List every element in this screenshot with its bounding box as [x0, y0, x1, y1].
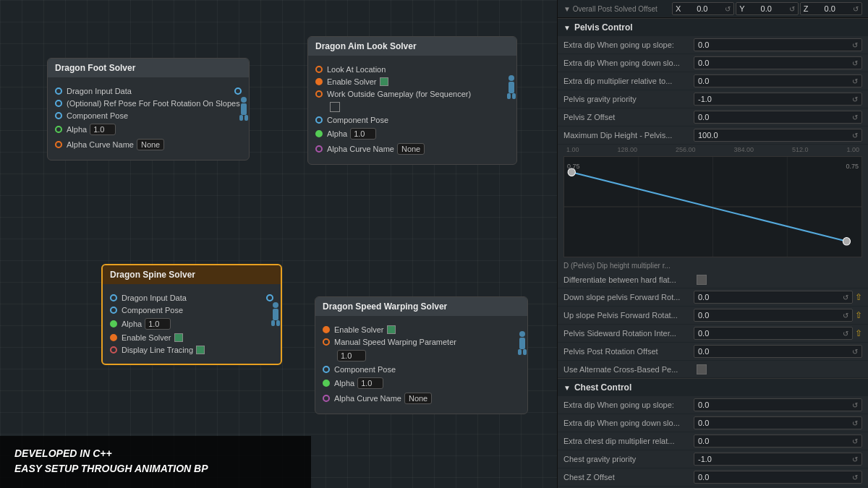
node-spine-title: Dragon Spine Solver [103, 265, 281, 284]
chest-section-header[interactable]: ▼ Chest Control [558, 378, 868, 396]
prop-value[interactable]: 0.0 ↺ [694, 471, 862, 484]
y-field[interactable]: Y 0.0 ↺ [736, 2, 798, 15]
svg-rect-2 [239, 115, 243, 121]
node-spine-body: Dragon Input Data Component Pose Alpha E… [103, 284, 281, 364]
z-field[interactable]: Z 0.0 ↺ [800, 2, 862, 15]
pin-orange [315, 66, 323, 73]
reset-icon: ↺ [852, 132, 858, 140]
prop-row: Pelvis Sideward Rotation Inter... 0.0 ↺ … [558, 325, 868, 343]
avatar-icon [503, 74, 520, 100]
avatar-icon [235, 96, 252, 122]
node-row: Alpha [323, 377, 520, 389]
svg-rect-5 [509, 82, 514, 93]
pin-purple [315, 145, 323, 153]
alt-cross-checkbox[interactable] [697, 364, 707, 374]
prop-value[interactable]: 0.0 ↺ [694, 309, 853, 322]
reset-yellow-icon[interactable]: ⇧ [855, 310, 862, 320]
bottom-banner: DEVELOPED IN C++ EASY SETUP THROUGH ANIM… [0, 436, 311, 488]
prop-value[interactable]: 0.0 ↺ [694, 345, 862, 358]
node-row: Manual Speed Warping Parameter [323, 338, 520, 346]
prop-label: Extra dip multiplier relative to... [563, 77, 694, 85]
enable-solver-checkbox[interactable] [380, 77, 388, 86]
prop-row: Pelvis Z Offset 0.0 ↺ [558, 108, 868, 127]
sequencer-checkbox[interactable] [330, 102, 340, 112]
prop-value[interactable]: 0.0 ↺ [694, 56, 862, 69]
alpha-input[interactable] [145, 318, 171, 330]
reset-icon: ↺ [852, 455, 858, 463]
prop-row: Extra dip When going up slope: 0.0 ↺ [558, 396, 868, 414]
node-row: Alpha Curve Name None [55, 139, 242, 150]
alpha-input[interactable] [90, 124, 116, 135]
svg-point-21 [843, 237, 850, 245]
prop-row: Chest gravity priority -1.0 ↺ [558, 450, 868, 468]
prop-row: Extra chest dip multiplier relat... 0.0 … [558, 432, 868, 450]
reset-icon: ↺ [852, 41, 858, 49]
reset-icon: ↺ [852, 59, 858, 67]
reset-icon: ↺ [852, 77, 858, 85]
pin-purple [323, 395, 330, 402]
prop-label: Pelvis Sideward Rotation Inter... [563, 329, 694, 338]
arrow-icon: ▼ [563, 24, 571, 32]
banner-text: DEVELOPED IN C++ EASY SETUP THROUGH ANIM… [14, 446, 297, 476]
reset-yellow-icon[interactable]: ⇧ [855, 328, 862, 338]
prop-value[interactable]: 0.0 ↺ [694, 327, 853, 340]
prop-value[interactable]: 0.0 ↺ [694, 74, 862, 87]
node-speed-solver: Dragon Speed Warping Solver Enable Solve… [315, 296, 528, 414]
svg-rect-9 [273, 309, 278, 320]
chest-gravity-value[interactable]: -1.0 ↺ [694, 453, 862, 466]
prop-value[interactable]: 0.0 ↺ [694, 416, 862, 429]
prop-value[interactable]: 0.0 ↺ [694, 111, 862, 124]
svg-rect-10 [271, 320, 275, 326]
node-row: Display Line Tracing [110, 346, 273, 354]
reset-icon: ↺ [843, 312, 848, 320]
node-speed-title: Dragon Speed Warping Solver [315, 297, 527, 316]
prop-label: Pelvis gravity priority [563, 95, 694, 103]
prop-row: Chest Z Offset 0.0 ↺ [558, 468, 868, 487]
node-aim-title: Dragon Aim Look Solver [308, 37, 516, 56]
arrow-icon: ▼ [563, 384, 571, 392]
svg-rect-13 [519, 338, 525, 349]
reset-icon: ↺ [852, 114, 858, 121]
prop-value[interactable]: -1.0 ↺ [694, 93, 862, 106]
differentiate-checkbox[interactable] [697, 275, 707, 285]
prop-row: Extra dip multiplier relative to... 0.0 … [558, 72, 868, 90]
pelvis-section-header[interactable]: ▼ Pelvis Control [558, 18, 868, 36]
prop-label: Down slope pelvis Forward Rot... [563, 293, 694, 301]
node-row: Component Pose [110, 306, 273, 314]
graph-dip-label: D (Pelvis) Dip height multiplier r... [558, 260, 868, 271]
prop-value[interactable]: 100.0 ↺ [694, 129, 862, 142]
prop-label: Chest gravity priority [563, 455, 694, 463]
speed-param-input[interactable] [337, 350, 366, 361]
node-aim-body: Look At Location Enable Solver Work Outs… [308, 56, 516, 164]
enable-solver-checkbox[interactable] [387, 325, 396, 334]
display-line-tracing-checkbox[interactable] [196, 346, 205, 354]
pin-blue [315, 116, 323, 124]
prop-label: Use Alternate Cross-Based Pe... [563, 365, 694, 374]
node-row: Component Pose [315, 116, 509, 124]
pin-green [315, 130, 323, 137]
curve-none: None [137, 139, 164, 150]
pin-blue [55, 112, 62, 119]
reset-icon: ↺ [725, 5, 731, 13]
prop-value[interactable]: 0.0 ↺ [694, 435, 862, 448]
prop-value[interactable]: 0.0 ↺ [694, 291, 853, 304]
node-row: Enable Solver [323, 325, 520, 334]
reset-yellow-icon[interactable]: ⇧ [855, 292, 862, 302]
svg-point-8 [273, 302, 278, 308]
avatar-icon [514, 330, 531, 356]
curve-none: None [404, 393, 432, 404]
alpha-input[interactable] [357, 377, 383, 389]
x-field[interactable]: X 0.0 ↺ [672, 2, 734, 15]
node-row: Dragon Input Data [55, 87, 242, 95]
alpha-input[interactable] [350, 128, 376, 140]
node-row: (Optional) Ref Pose For Foot Rotation On… [55, 99, 242, 108]
node-row: Look At Location [315, 65, 509, 74]
node-row: Alpha Curve Name None [315, 143, 509, 155]
canvas-area[interactable]: Dragon Foot Solver Dragon Input Data (Op… [0, 0, 557, 488]
enable-solver-checkbox[interactable] [174, 333, 183, 342]
pelvis-graph: 0.75 0.75 [563, 156, 862, 257]
prop-value[interactable]: 0.0 ↺ [694, 38, 862, 51]
prop-label: Extra chest dip multiplier relat... [563, 437, 694, 445]
pin-blue [110, 294, 117, 301]
prop-value[interactable]: 0.0 ↺ [694, 398, 862, 411]
